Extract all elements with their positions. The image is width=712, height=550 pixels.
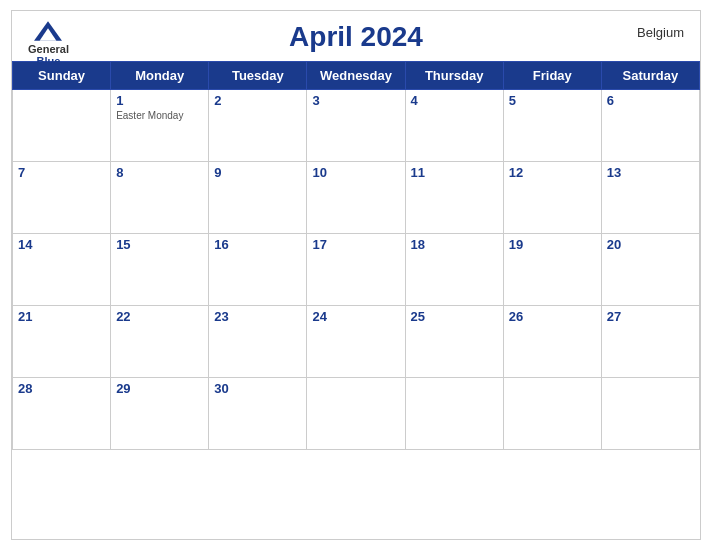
- calendar-day-cell: [13, 90, 111, 162]
- day-number: 14: [18, 237, 105, 252]
- day-number: 18: [411, 237, 498, 252]
- day-number: 21: [18, 309, 105, 324]
- calendar-week-row: 282930: [13, 378, 700, 450]
- calendar-day-cell: 4: [405, 90, 503, 162]
- calendar-day-cell: 9: [209, 162, 307, 234]
- calendar-day-cell: [601, 378, 699, 450]
- logo-general-text: General: [28, 43, 69, 55]
- calendar-day-cell: 25: [405, 306, 503, 378]
- calendar-day-cell: 19: [503, 234, 601, 306]
- day-number: 2: [214, 93, 301, 108]
- day-number: 8: [116, 165, 203, 180]
- day-number: 5: [509, 93, 596, 108]
- calendar-day-cell: 15: [111, 234, 209, 306]
- calendar-day-cell: 20: [601, 234, 699, 306]
- day-number: 26: [509, 309, 596, 324]
- day-number: 13: [607, 165, 694, 180]
- day-number: 16: [214, 237, 301, 252]
- holiday-label: Easter Monday: [116, 110, 203, 121]
- calendar-week-row: 78910111213: [13, 162, 700, 234]
- day-number: 3: [312, 93, 399, 108]
- calendar-day-cell: 24: [307, 306, 405, 378]
- day-number: 24: [312, 309, 399, 324]
- calendar-day-cell: 8: [111, 162, 209, 234]
- calendar-day-cell: [503, 378, 601, 450]
- calendar-grid: Sunday Monday Tuesday Wednesday Thursday…: [12, 61, 700, 450]
- calendar-day-cell: 16: [209, 234, 307, 306]
- calendar-day-cell: 7: [13, 162, 111, 234]
- calendar-day-cell: 27: [601, 306, 699, 378]
- header-tuesday: Tuesday: [209, 62, 307, 90]
- calendar-header: General Blue April 2024 Belgium: [12, 11, 700, 57]
- calendar-day-cell: 13: [601, 162, 699, 234]
- calendar-day-cell: 10: [307, 162, 405, 234]
- calendar-day-cell: [307, 378, 405, 450]
- calendar-day-cell: 17: [307, 234, 405, 306]
- month-title: April 2024: [289, 21, 423, 53]
- calendar-day-cell: 26: [503, 306, 601, 378]
- calendar-week-row: 21222324252627: [13, 306, 700, 378]
- header-friday: Friday: [503, 62, 601, 90]
- day-number: 22: [116, 309, 203, 324]
- day-number: 25: [411, 309, 498, 324]
- day-number: 9: [214, 165, 301, 180]
- weekday-header-row: Sunday Monday Tuesday Wednesday Thursday…: [13, 62, 700, 90]
- logo-area: General Blue: [28, 21, 69, 67]
- day-number: 15: [116, 237, 203, 252]
- day-number: 11: [411, 165, 498, 180]
- day-number: 20: [607, 237, 694, 252]
- calendar-day-cell: 3: [307, 90, 405, 162]
- calendar-day-cell: 21: [13, 306, 111, 378]
- header-saturday: Saturday: [601, 62, 699, 90]
- day-number: 29: [116, 381, 203, 396]
- calendar-container: General Blue April 2024 Belgium Sunday M…: [11, 10, 701, 540]
- day-number: 28: [18, 381, 105, 396]
- calendar-day-cell: 12: [503, 162, 601, 234]
- day-number: 4: [411, 93, 498, 108]
- day-number: 23: [214, 309, 301, 324]
- day-number: 30: [214, 381, 301, 396]
- calendar-day-cell: 11: [405, 162, 503, 234]
- day-number: 7: [18, 165, 105, 180]
- calendar-day-cell: 18: [405, 234, 503, 306]
- calendar-day-cell: 22: [111, 306, 209, 378]
- day-number: 19: [509, 237, 596, 252]
- header-wednesday: Wednesday: [307, 62, 405, 90]
- calendar-day-cell: 5: [503, 90, 601, 162]
- calendar-week-row: 1Easter Monday23456: [13, 90, 700, 162]
- day-number: 12: [509, 165, 596, 180]
- calendar-day-cell: 2: [209, 90, 307, 162]
- calendar-day-cell: 30: [209, 378, 307, 450]
- header-monday: Monday: [111, 62, 209, 90]
- logo-icon: [34, 21, 62, 41]
- header-thursday: Thursday: [405, 62, 503, 90]
- calendar-day-cell: 29: [111, 378, 209, 450]
- calendar-day-cell: 6: [601, 90, 699, 162]
- day-number: 1: [116, 93, 203, 108]
- calendar-day-cell: [405, 378, 503, 450]
- calendar-day-cell: 1Easter Monday: [111, 90, 209, 162]
- logo-blue-text: Blue: [37, 55, 61, 67]
- day-number: 6: [607, 93, 694, 108]
- calendar-day-cell: 14: [13, 234, 111, 306]
- day-number: 10: [312, 165, 399, 180]
- day-number: 17: [312, 237, 399, 252]
- calendar-week-row: 14151617181920: [13, 234, 700, 306]
- calendar-day-cell: 28: [13, 378, 111, 450]
- day-number: 27: [607, 309, 694, 324]
- calendar-day-cell: 23: [209, 306, 307, 378]
- country-label: Belgium: [637, 25, 684, 40]
